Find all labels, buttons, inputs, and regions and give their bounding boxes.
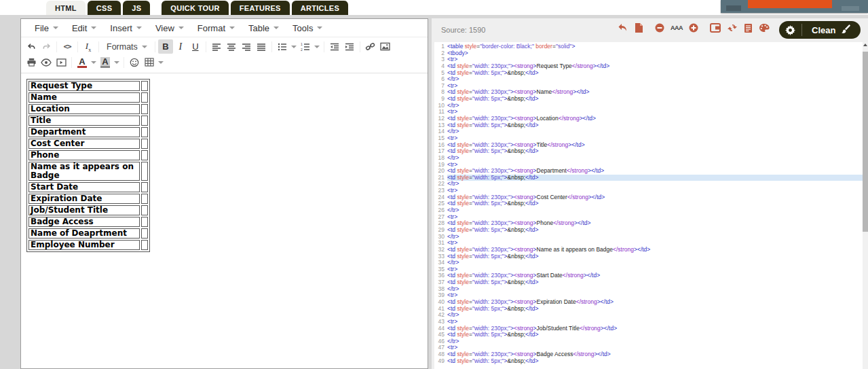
clear-formatting-button[interactable]: Ix xyxy=(81,39,96,54)
font-size-decrease-icon[interactable] xyxy=(655,23,664,33)
tab-css[interactable]: CSS xyxy=(88,1,121,15)
row-empty-cell[interactable] xyxy=(141,217,148,227)
tab-quick-tour[interactable]: QUICK TOUR xyxy=(162,1,228,15)
scrollbar-thumb[interactable] xyxy=(863,52,868,232)
table-row[interactable]: Expiration Date xyxy=(29,194,148,204)
table-button[interactable] xyxy=(142,55,157,69)
outdent-button[interactable] xyxy=(327,39,342,54)
ad-banner[interactable] xyxy=(721,0,868,13)
row-label-cell[interactable]: Job/Student Title xyxy=(29,205,140,215)
indent-button[interactable] xyxy=(342,39,357,54)
align-left-button[interactable] xyxy=(209,39,224,54)
code-text[interactable]: <td style="width: 5px;">&nbsp;</td> xyxy=(447,148,538,155)
code-line[interactable]: 2<tbody> xyxy=(434,50,863,57)
code-text[interactable]: <td style="width: 5px;">&nbsp;</td> xyxy=(447,175,863,181)
code-line[interactable]: 9<td style="width: 5px;">&nbsp;</td> xyxy=(434,96,863,103)
text-color-dropdown[interactable] xyxy=(90,55,98,69)
row-empty-cell[interactable] xyxy=(141,104,148,114)
menu-view[interactable]: View xyxy=(149,19,191,37)
row-empty-cell[interactable] xyxy=(141,81,148,91)
code-text[interactable]: <td style="width: 5px;">&nbsp;</td> xyxy=(447,306,538,313)
row-empty-cell[interactable] xyxy=(141,116,148,126)
paste-document-icon[interactable] xyxy=(744,23,753,33)
code-line[interactable]: 17<td style="width: 5px;">&nbsp;</td> xyxy=(434,148,863,155)
code-line[interactable]: 21<td style="width: 5px;">&nbsp;</td> xyxy=(434,175,863,181)
table-dropdown[interactable] xyxy=(157,55,165,69)
bullet-list-button[interactable] xyxy=(275,39,290,54)
code-line[interactable]: 13<td style="width: 5px;">&nbsp;</td> xyxy=(434,122,863,129)
source-code-editor[interactable]: 1<table style="border-color: Black;" bor… xyxy=(434,42,863,369)
tab-features[interactable]: FEATURES xyxy=(231,1,290,15)
compress-icon[interactable] xyxy=(710,23,721,33)
code-text[interactable]: <td style="width: 5px;">&nbsp;</td> xyxy=(447,122,538,129)
code-line[interactable]: 25<td style="width: 5px;">&nbsp;</td> xyxy=(434,200,863,207)
tab-html[interactable]: HTML xyxy=(46,1,86,15)
menu-tools[interactable]: Tools xyxy=(286,19,329,37)
code-text[interactable]: <td style="width: 5px;">&nbsp;</td> xyxy=(447,332,538,338)
code-line[interactable]: 49<td style="width: 5px;">&nbsp;</td> xyxy=(434,358,863,365)
row-label-cell[interactable]: Start Date xyxy=(29,182,140,192)
code-line[interactable]: 34</tr> xyxy=(434,260,863,266)
code-text[interactable]: <td style="width: 5px;">&nbsp;</td> xyxy=(447,279,538,286)
row-empty-cell[interactable] xyxy=(141,205,148,215)
formats-dropdown[interactable]: Formats xyxy=(102,39,152,54)
row-empty-cell[interactable] xyxy=(141,228,148,239)
document-table[interactable]: Request Type Name Location Title Departm… xyxy=(26,79,150,252)
code-line[interactable]: 30</tr> xyxy=(434,234,863,241)
redo-button[interactable] xyxy=(39,39,54,54)
tab-js[interactable]: JS xyxy=(123,1,150,15)
row-empty-cell[interactable] xyxy=(141,150,148,160)
tab-articles[interactable]: ARTICLES xyxy=(292,1,348,15)
bullet-list-dropdown[interactable] xyxy=(290,39,298,54)
code-line[interactable]: 41<td style="width: 5px;">&nbsp;</td> xyxy=(434,306,863,313)
menu-table[interactable]: Table xyxy=(242,19,286,37)
code-text[interactable]: <td style="width: 5px;">&nbsp;</td> xyxy=(447,227,538,234)
link-icon[interactable] xyxy=(363,39,378,54)
table-row[interactable]: Job/Student Title xyxy=(29,205,148,215)
table-row[interactable]: Badge Access xyxy=(29,217,148,227)
new-document-icon[interactable] xyxy=(635,22,643,33)
table-row[interactable]: Employee Number xyxy=(29,240,148,250)
table-row[interactable]: Request Type xyxy=(29,81,148,91)
row-empty-cell[interactable] xyxy=(141,127,148,137)
menu-format[interactable]: Format xyxy=(191,19,242,37)
font-size-increase-icon[interactable] xyxy=(689,23,698,33)
code-line[interactable]: 6</tr> xyxy=(434,76,863,83)
code-text[interactable]: <td style="width: 5px;">&nbsp;</td> xyxy=(447,358,538,365)
row-label-cell[interactable]: Name as it appears on Badge xyxy=(29,162,140,181)
row-empty-cell[interactable] xyxy=(141,162,148,181)
row-label-cell[interactable]: Request Type xyxy=(29,81,140,91)
media-button[interactable] xyxy=(54,55,69,69)
table-row[interactable]: Start Date xyxy=(29,182,148,192)
preview-icon[interactable] xyxy=(39,55,54,69)
italic-button[interactable]: I xyxy=(173,39,188,54)
palette-icon[interactable] xyxy=(759,23,770,33)
text-color-button[interactable]: A xyxy=(75,55,90,69)
table-row[interactable]: Name of Deaprtment xyxy=(29,228,148,239)
code-line[interactable]: 46</tr> xyxy=(434,338,863,345)
row-label-cell[interactable]: Title xyxy=(29,116,140,126)
row-label-cell[interactable]: Badge Access xyxy=(29,217,140,227)
table-row[interactable]: Phone xyxy=(29,150,148,160)
row-label-cell[interactable]: Expiration Date xyxy=(29,194,140,204)
table-row[interactable]: Name as it appears on Badge xyxy=(29,162,148,181)
numbered-list-dropdown[interactable] xyxy=(313,39,321,54)
clean-settings-gear-icon[interactable] xyxy=(779,24,802,36)
code-line[interactable]: 10</tr> xyxy=(434,103,863,109)
row-empty-cell[interactable] xyxy=(141,240,148,250)
clean-button[interactable]: Clean xyxy=(779,21,861,39)
row-label-cell[interactable]: Cost Center xyxy=(29,139,140,149)
image-button[interactable] xyxy=(378,39,393,54)
table-row[interactable]: Title xyxy=(29,116,148,126)
align-right-button[interactable] xyxy=(239,39,254,54)
row-empty-cell[interactable] xyxy=(141,194,148,204)
print-button[interactable] xyxy=(24,55,39,69)
row-empty-cell[interactable] xyxy=(141,182,148,192)
source-scrollbar[interactable] xyxy=(863,42,868,369)
code-text[interactable]: <td style="width: 5px;">&nbsp;</td> xyxy=(447,200,538,207)
undo-icon[interactable] xyxy=(617,23,628,33)
code-line[interactable]: 37<td style="width: 5px;">&nbsp;</td> xyxy=(434,279,863,286)
code-line[interactable]: 1<table style="border-color: Black;" bor… xyxy=(434,43,863,50)
align-justify-button[interactable] xyxy=(254,39,269,54)
code-line[interactable]: 29<td style="width: 5px;">&nbsp;</td> xyxy=(434,227,863,234)
